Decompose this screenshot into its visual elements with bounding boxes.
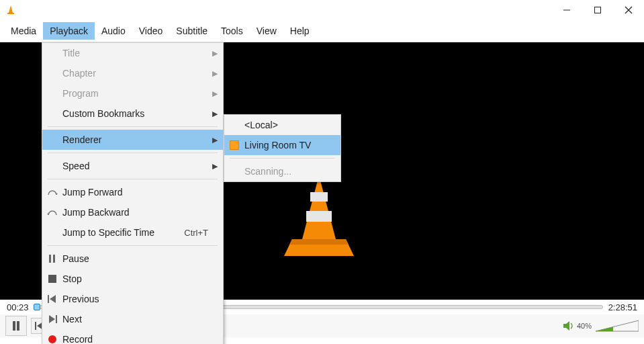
- chevron-right-icon: ▶: [208, 110, 218, 118]
- svg-rect-45: [56, 315, 57, 323]
- menu-renderer[interactable]: Renderer▶: [42, 130, 223, 150]
- maximize-button[interactable]: [582, 0, 613, 20]
- menu-jump-backward[interactable]: Jump Backward: [42, 202, 223, 222]
- menu-media[interactable]: Media: [4, 22, 43, 40]
- svg-rect-3: [595, 7, 601, 13]
- svg-rect-12: [17, 321, 19, 331]
- svg-marker-10: [289, 239, 349, 245]
- menu-title[interactable]: Title▶: [42, 43, 223, 63]
- menu-previous[interactable]: Previous: [42, 289, 223, 309]
- menu-separator: [48, 245, 218, 246]
- svg-point-46: [48, 335, 56, 343]
- jump-backward-icon: [42, 208, 62, 216]
- svg-marker-34: [563, 321, 569, 331]
- previous-icon: [42, 295, 62, 303]
- volume-triangle[interactable]: [596, 319, 639, 333]
- menu-playback[interactable]: Playback: [43, 22, 95, 40]
- chevron-right-icon: ▶: [208, 69, 218, 78]
- menu-tools[interactable]: Tools: [214, 22, 250, 40]
- menu-record[interactable]: Record: [42, 329, 223, 344]
- jump-forward-icon: [42, 188, 62, 196]
- svg-rect-39: [49, 255, 51, 263]
- menu-separator: [230, 158, 335, 159]
- pause-icon: [12, 321, 20, 331]
- stop-icon: [42, 275, 62, 283]
- pause-button[interactable]: [5, 316, 27, 336]
- chevron-right-icon: ▶: [208, 49, 218, 58]
- svg-marker-36: [596, 327, 613, 332]
- svg-rect-13: [35, 322, 36, 330]
- menu-custom-bookmarks[interactable]: Custom Bookmarks▶: [42, 103, 223, 124]
- window-controls: [551, 0, 644, 20]
- menu-next[interactable]: Next: [42, 309, 223, 329]
- renderer-submenu: <Local> Living Room TV Scanning...: [224, 114, 341, 182]
- menu-program[interactable]: Program▶: [42, 83, 223, 103]
- seekbar-knob[interactable]: [34, 304, 40, 310]
- menu-help[interactable]: Help: [283, 22, 316, 40]
- volume-control[interactable]: 40%: [563, 319, 639, 333]
- svg-marker-6: [302, 175, 336, 239]
- pause-icon: [42, 255, 62, 263]
- speaker-icon: [563, 321, 574, 331]
- chevron-right-icon: ▶: [208, 162, 218, 171]
- svg-rect-40: [53, 255, 55, 263]
- menu-subtitle[interactable]: Subtitle: [169, 22, 214, 40]
- renderer-scanning: Scanning...: [224, 161, 340, 181]
- time-elapsed: 00:23: [7, 302, 29, 312]
- cast-icon: [224, 140, 244, 150]
- menu-jump-to-time[interactable]: Jump to Specific TimeCtrl+T: [42, 222, 223, 243]
- svg-rect-7: [310, 192, 328, 202]
- record-icon: [42, 335, 62, 343]
- time-total: 2:28:51: [608, 302, 637, 312]
- menu-view[interactable]: View: [250, 22, 283, 40]
- renderer-option-1[interactable]: Living Room TV: [224, 135, 340, 155]
- svg-rect-42: [48, 295, 49, 303]
- app-icon: [5, 5, 16, 15]
- svg-rect-11: [13, 321, 15, 331]
- menu-chapter[interactable]: Chapter▶: [42, 63, 223, 83]
- menubar: Media Playback Audio Video Subtitle Tool…: [0, 20, 644, 42]
- vlc-cone-icon: [279, 172, 359, 261]
- menu-separator: [48, 126, 218, 127]
- volume-percent: 40%: [577, 322, 592, 330]
- menu-jump-forward[interactable]: Jump Forward: [42, 182, 223, 202]
- svg-rect-8: [306, 211, 332, 222]
- menu-audio[interactable]: Audio: [95, 22, 132, 40]
- menu-separator: [48, 179, 218, 179]
- shortcut-label: Ctrl+T: [184, 228, 208, 238]
- titlebar: [0, 0, 644, 20]
- next-icon: [42, 315, 62, 323]
- chevron-right-icon: ▶: [208, 136, 218, 144]
- close-button[interactable]: [613, 0, 644, 20]
- svg-rect-41: [48, 275, 56, 283]
- renderer-local[interactable]: <Local>: [224, 115, 340, 135]
- svg-marker-43: [50, 295, 56, 303]
- svg-marker-0: [9, 5, 13, 13]
- menu-stop[interactable]: Stop: [42, 269, 223, 289]
- menu-video[interactable]: Video: [132, 22, 170, 40]
- menu-speed[interactable]: Speed▶: [42, 156, 223, 176]
- minimize-button[interactable]: [551, 0, 582, 20]
- svg-marker-44: [49, 315, 55, 323]
- menu-separator: [48, 153, 218, 153]
- menu-pause[interactable]: Pause: [42, 249, 223, 269]
- chevron-right-icon: ▶: [208, 89, 218, 98]
- svg-rect-1: [7, 13, 14, 14]
- playback-dropdown: Title▶ Chapter▶ Program▶ Custom Bookmark…: [42, 42, 224, 344]
